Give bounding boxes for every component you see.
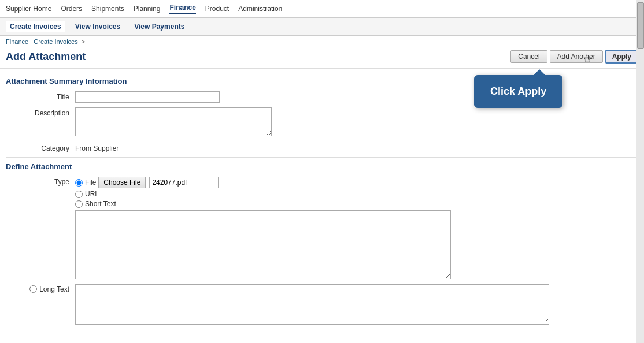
page-header: Add Attachment Cancel Add Another Apply — [0, 47, 644, 69]
description-label: Description — [6, 107, 75, 117]
file-name-input[interactable] — [149, 177, 219, 188]
type-url-label: URL — [85, 190, 99, 198]
type-shorttext-option: Short Text — [75, 200, 219, 208]
long-text-label: Long Text — [39, 285, 69, 293]
breadcrumb-create-invoices[interactable]: Create Invoices — [34, 38, 77, 45]
nav-supplier-home[interactable]: Supplier Home — [6, 5, 51, 13]
right-scrollbar[interactable] — [636, 0, 644, 343]
subnav-create-invoices[interactable]: Create Invoices — [6, 21, 65, 32]
title-input[interactable] — [75, 91, 220, 103]
add-another-button[interactable]: Add Another — [550, 50, 603, 63]
description-input-wrapper — [75, 107, 272, 138]
type-file-label: File — [85, 178, 96, 187]
type-row: Type File Choose File URL Short Text — [6, 177, 638, 208]
long-text-row: Long Text — [6, 284, 638, 325]
nav-planning[interactable]: Planning — [134, 5, 161, 13]
breadcrumb: Finance Create Invoices > — [0, 36, 644, 47]
subnav-view-invoices[interactable]: View Invoices — [71, 21, 125, 32]
breadcrumb-finance[interactable]: Finance — [6, 38, 28, 45]
file-input-group: Choose File — [98, 177, 219, 188]
type-url-radio[interactable] — [75, 191, 83, 198]
category-row: Category From Supplier — [6, 143, 638, 152]
top-navigation: Supplier Home Orders Shipments Planning … — [0, 0, 644, 18]
long-text-label-col: Long Text — [6, 284, 75, 293]
define-attachment-section: Define Attachment Type File Choose File … — [6, 162, 638, 325]
scrollbar-thumb — [637, 2, 644, 49]
type-file-option: File Choose File — [75, 177, 219, 188]
tooltip-overlay: Click Apply — [474, 75, 562, 108]
sub-navigation: Create Invoices View Invoices View Payme… — [0, 18, 644, 36]
tooltip-box: Click Apply — [474, 75, 562, 108]
cancel-button[interactable]: Cancel — [510, 50, 547, 63]
title-label: Title — [6, 91, 75, 101]
define-attachment-title: Define Attachment — [6, 162, 638, 171]
long-text-textarea[interactable] — [75, 284, 549, 325]
type-shorttext-label: Short Text — [85, 200, 116, 208]
nav-finance[interactable]: Finance — [169, 3, 195, 14]
type-options: File Choose File URL Short Text — [75, 177, 219, 208]
section-divider — [6, 157, 638, 158]
nav-product[interactable]: Product — [205, 5, 229, 13]
type-shorttext-radio[interactable] — [75, 200, 83, 208]
nav-shipments[interactable]: Shipments — [91, 5, 124, 13]
apply-button[interactable]: Apply — [605, 50, 638, 64]
short-text-textarea[interactable] — [75, 210, 451, 279]
tooltip-text: Click Apply — [490, 85, 546, 97]
header-buttons: Cancel Add Another Apply — [510, 50, 638, 64]
choose-file-button[interactable]: Choose File — [98, 177, 146, 188]
type-file-radio[interactable] — [75, 179, 83, 187]
short-text-area-row — [6, 210, 638, 279]
nav-administration[interactable]: Administration — [238, 5, 282, 13]
description-row: Description — [6, 107, 638, 138]
page-title: Add Attachment — [6, 51, 86, 63]
title-input-wrapper — [75, 91, 220, 103]
type-url-option: URL — [75, 190, 219, 198]
description-textarea[interactable] — [75, 107, 272, 136]
category-label: Category — [6, 143, 75, 152]
type-longtext-radio[interactable] — [29, 285, 37, 293]
type-label: Type — [6, 177, 75, 186]
nav-orders[interactable]: Orders — [61, 5, 82, 13]
category-value: From Supplier — [75, 143, 119, 152]
subnav-view-payments[interactable]: View Payments — [130, 21, 188, 32]
